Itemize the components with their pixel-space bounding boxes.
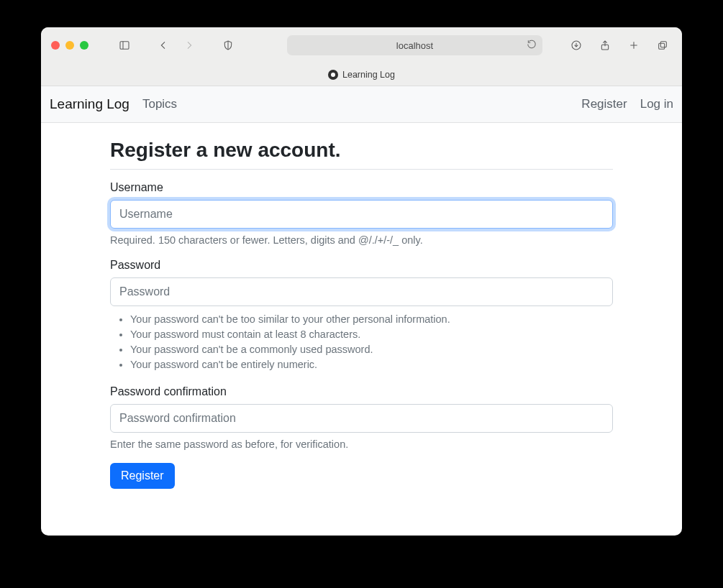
username-help: Required. 150 characters or fewer. Lette…: [110, 234, 613, 246]
password-confirm-group: Password confirmation Enter the same pas…: [110, 385, 613, 450]
svg-rect-9: [659, 43, 665, 49]
password-rules: Your password can't be too similar to yo…: [110, 312, 613, 372]
divider: [110, 169, 613, 170]
forward-button[interactable]: [179, 36, 199, 55]
password-input[interactable]: [110, 277, 613, 306]
password-label: Password: [110, 259, 613, 272]
password-rule: Your password can't be too similar to yo…: [130, 312, 613, 327]
window-controls: [51, 41, 88, 50]
privacy-shield-icon[interactable]: [218, 36, 238, 55]
close-window-button[interactable]: [51, 41, 60, 50]
password-group: Password Your password can't be too simi…: [110, 259, 613, 372]
svg-rect-8: [660, 42, 666, 47]
password-confirm-label: Password confirmation: [110, 385, 613, 398]
nav-link-register[interactable]: Register: [581, 97, 627, 111]
password-rule: Your password can't be a commonly used p…: [130, 342, 613, 357]
svg-rect-0: [120, 42, 129, 50]
nav-link-login[interactable]: Log in: [640, 97, 673, 111]
page-content: Register a new account. Username Require…: [41, 123, 682, 489]
sidebar-toggle-icon[interactable]: [114, 36, 135, 55]
username-input[interactable]: [110, 200, 613, 229]
browser-toolbar: localhost: [41, 27, 682, 63]
browser-chrome: localhost L: [41, 27, 682, 86]
page-title: Register a new account.: [110, 139, 613, 162]
password-rule: Your password must contain at least 8 ch…: [130, 327, 613, 342]
password-confirm-input[interactable]: [110, 404, 613, 433]
fullscreen-window-button[interactable]: [80, 41, 88, 50]
page-navbar: Learning Log Topics Register Log in: [41, 86, 682, 123]
back-button[interactable]: [153, 36, 173, 55]
address-bar[interactable]: localhost: [287, 35, 542, 55]
favicon-icon: [328, 70, 338, 80]
address-text: localhost: [396, 40, 433, 51]
tab-title[interactable]: Learning Log: [342, 70, 395, 80]
reload-icon[interactable]: [527, 40, 537, 52]
password-rule: Your password can't be entirely numeric.: [130, 357, 613, 372]
password-confirm-help: Enter the same password as before, for v…: [110, 438, 613, 450]
navbar-brand[interactable]: Learning Log: [50, 96, 129, 112]
nav-link-topics[interactable]: Topics: [142, 97, 177, 111]
username-group: Username Required. 150 characters or few…: [110, 181, 613, 246]
register-button[interactable]: Register: [110, 463, 175, 489]
share-icon[interactable]: [596, 36, 614, 55]
tabs-overview-icon[interactable]: [653, 36, 672, 55]
toolbar-right: [567, 36, 672, 55]
tab-strip: Learning Log: [41, 63, 682, 86]
minimize-window-button[interactable]: [65, 41, 74, 50]
username-label: Username: [110, 181, 613, 194]
new-tab-icon[interactable]: [624, 36, 643, 55]
downloads-icon[interactable]: [567, 36, 586, 55]
browser-window: localhost L: [41, 27, 682, 536]
